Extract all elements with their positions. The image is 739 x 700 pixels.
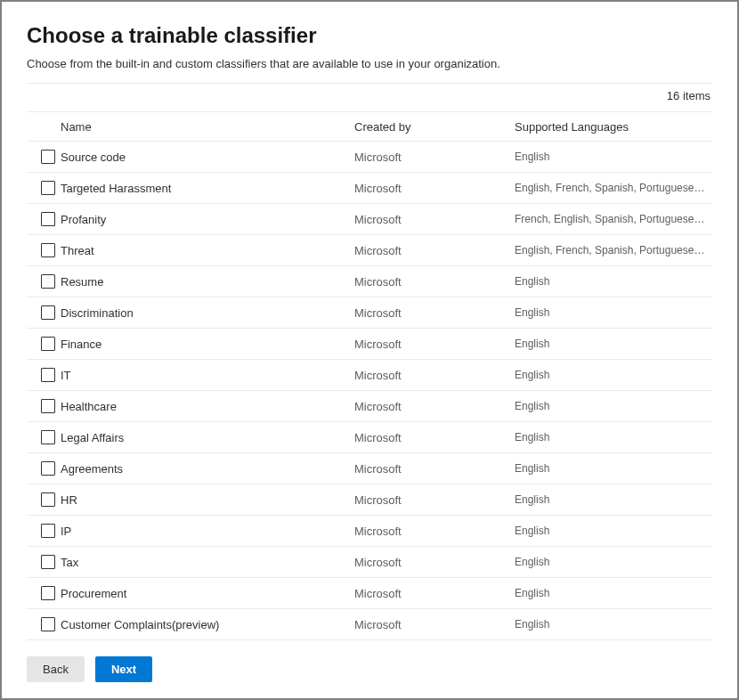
- table-row[interactable]: DiscriminationMicrosoftEnglish: [27, 297, 712, 329]
- row-checkbox[interactable]: [41, 430, 55, 444]
- checkbox-cell: [27, 212, 61, 226]
- row-checkbox[interactable]: [41, 181, 55, 195]
- table-row[interactable]: ProfanityMicrosoftFrench, English, Spani…: [27, 204, 712, 235]
- checkbox-cell: [27, 368, 61, 382]
- cell-created-by: Microsoft: [354, 151, 515, 164]
- cell-languages: English: [515, 306, 712, 319]
- cell-created-by: Microsoft: [354, 525, 515, 538]
- divider: [27, 83, 712, 84]
- cell-name: IT: [61, 369, 354, 382]
- cell-name: Healthcare: [61, 400, 354, 413]
- table-body: Source codeMicrosoftEnglishTargeted Hara…: [27, 142, 712, 640]
- table-row[interactable]: Targeted HarassmentMicrosoftEnglish, Fre…: [27, 173, 712, 204]
- table-row[interactable]: FinanceMicrosoftEnglish: [27, 329, 712, 360]
- table-row[interactable]: Customer Complaints(preview)MicrosoftEng…: [27, 609, 712, 640]
- row-checkbox[interactable]: [41, 555, 55, 569]
- row-checkbox[interactable]: [41, 305, 55, 320]
- classifier-table: Name Created by Supported Languages Sour…: [27, 111, 712, 640]
- cell-languages: English: [515, 462, 712, 475]
- row-checkbox[interactable]: [41, 212, 55, 226]
- cell-languages: French, English, Spanish, Portuguese, Ge…: [515, 213, 712, 225]
- checkbox-cell: [27, 399, 61, 413]
- cell-languages: English: [515, 275, 712, 288]
- back-button[interactable]: Back: [27, 656, 85, 682]
- row-checkbox[interactable]: [41, 524, 55, 538]
- cell-created-by: Microsoft: [354, 182, 515, 195]
- cell-name: Finance: [61, 338, 354, 351]
- cell-created-by: Microsoft: [354, 462, 515, 476]
- cell-languages: English: [515, 556, 712, 568]
- table-row[interactable]: HealthcareMicrosoftEnglish: [27, 391, 712, 422]
- table-row[interactable]: Legal AffairsMicrosoftEnglish: [27, 422, 712, 453]
- cell-languages: English: [515, 493, 712, 506]
- cell-created-by: Microsoft: [354, 493, 515, 507]
- cell-languages: English: [515, 587, 712, 599]
- cell-languages: English: [515, 525, 712, 537]
- checkbox-cell: [27, 305, 61, 320]
- row-checkbox[interactable]: [41, 399, 55, 413]
- cell-name: Source code: [61, 151, 354, 164]
- checkbox-cell: [27, 492, 61, 507]
- cell-created-by: Microsoft: [354, 213, 515, 226]
- table-row[interactable]: ResumeMicrosoftEnglish: [27, 266, 712, 297]
- row-checkbox[interactable]: [41, 337, 55, 351]
- row-checkbox[interactable]: [41, 368, 55, 382]
- footer-buttons: Back Next: [27, 656, 152, 682]
- cell-created-by: Microsoft: [354, 431, 515, 444]
- row-checkbox[interactable]: [41, 243, 55, 257]
- row-checkbox[interactable]: [41, 617, 55, 631]
- cell-languages: English, French, Spanish, Portuguese, Ge…: [515, 244, 712, 256]
- table-row[interactable]: Source codeMicrosoftEnglish: [27, 142, 712, 173]
- page-title: Choose a trainable classifier: [27, 23, 712, 48]
- cell-name: Threat: [61, 244, 354, 257]
- cell-name: Profanity: [61, 213, 354, 226]
- checkbox-cell: [27, 461, 61, 476]
- checkbox-cell: [27, 181, 61, 195]
- cell-languages: English: [515, 431, 712, 444]
- cell-name: Resume: [61, 275, 354, 289]
- cell-name: IP: [61, 525, 354, 538]
- checkbox-cell: [27, 617, 61, 631]
- row-checkbox[interactable]: [41, 274, 55, 289]
- cell-created-by: Microsoft: [354, 618, 515, 631]
- cell-languages: English: [515, 369, 712, 381]
- checkbox-cell: [27, 586, 61, 600]
- cell-name: Legal Affairs: [61, 431, 354, 444]
- cell-created-by: Microsoft: [354, 400, 515, 413]
- cell-name: Targeted Harassment: [61, 182, 354, 195]
- column-header-languages[interactable]: Supported Languages: [515, 120, 712, 134]
- row-checkbox[interactable]: [41, 461, 55, 476]
- page-subtitle: Choose from the built-in and custom clas…: [27, 57, 712, 70]
- table-header: Name Created by Supported Languages: [27, 111, 712, 142]
- checkbox-cell: [27, 243, 61, 257]
- next-button[interactable]: Next: [95, 656, 152, 682]
- cell-name: Tax: [61, 556, 354, 569]
- checkbox-cell: [27, 430, 61, 444]
- cell-languages: English: [515, 151, 712, 163]
- row-checkbox[interactable]: [41, 150, 55, 164]
- cell-languages: English: [515, 400, 712, 412]
- cell-created-by: Microsoft: [354, 369, 515, 382]
- table-row[interactable]: IPMicrosoftEnglish: [27, 516, 712, 547]
- row-checkbox[interactable]: [41, 586, 55, 600]
- table-row[interactable]: AgreementsMicrosoftEnglish: [27, 453, 712, 484]
- item-count: 16 items: [27, 89, 712, 102]
- row-checkbox[interactable]: [41, 492, 55, 507]
- table-row[interactable]: ITMicrosoftEnglish: [27, 360, 712, 391]
- table-row[interactable]: HRMicrosoftEnglish: [27, 484, 712, 516]
- cell-name: Procurement: [61, 587, 354, 600]
- cell-created-by: Microsoft: [354, 556, 515, 569]
- checkbox-cell: [27, 337, 61, 351]
- cell-name: Discrimination: [61, 306, 354, 320]
- column-header-name[interactable]: Name: [61, 120, 354, 134]
- cell-created-by: Microsoft: [354, 306, 515, 320]
- cell-name: Customer Complaints(preview): [61, 618, 354, 631]
- table-row[interactable]: ProcurementMicrosoftEnglish: [27, 578, 712, 609]
- table-row[interactable]: ThreatMicrosoftEnglish, French, Spanish,…: [27, 235, 712, 266]
- cell-languages: English: [515, 338, 712, 350]
- column-header-created-by[interactable]: Created by: [354, 120, 515, 134]
- table-row[interactable]: TaxMicrosoftEnglish: [27, 547, 712, 578]
- cell-name: HR: [61, 493, 354, 507]
- checkbox-cell: [27, 274, 61, 289]
- cell-created-by: Microsoft: [354, 587, 515, 600]
